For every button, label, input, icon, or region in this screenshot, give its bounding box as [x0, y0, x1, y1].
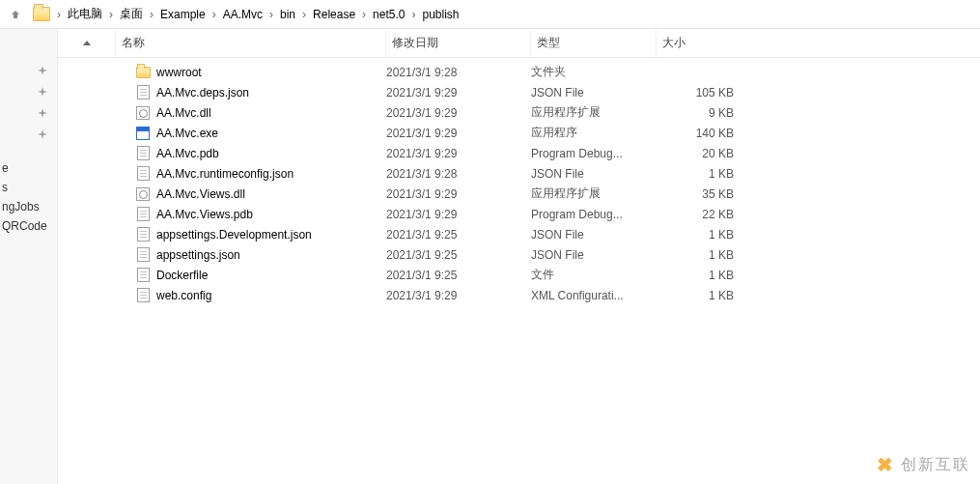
file-name: AA.Mvc.Views.dll [156, 187, 245, 201]
file-size: 22 KB [657, 208, 734, 221]
explorer-body: e s ngJobs QRCode 名称 修改日期 类型 大小 wwwroot2… [0, 29, 980, 484]
file-name-cell: web.config [116, 288, 386, 303]
file-name-cell: AA.Mvc.deps.json [116, 85, 386, 100]
file-date: 2021/3/1 9:29 [386, 208, 531, 221]
file-icon [135, 288, 151, 303]
file-type: 文件夹 [531, 64, 657, 80]
chevron-right-icon: › [106, 8, 116, 21]
file-type: 文件 [531, 267, 657, 283]
pin-icon[interactable] [0, 102, 57, 124]
chevron-right-icon: › [408, 8, 418, 21]
file-name: AA.Mvc.deps.json [156, 86, 249, 100]
dll-icon [135, 105, 151, 121]
file-type: 应用程序扩展 [531, 104, 657, 121]
chevron-right-icon: › [299, 8, 309, 21]
file-type: Program Debug... [531, 208, 657, 221]
file-type: JSON File [531, 228, 657, 242]
file-size: 105 KB [657, 86, 734, 100]
file-row[interactable]: appsettings.json2021/3/1 9:25JSON File1 … [58, 244, 980, 265]
file-date: 2021/3/1 9:28 [386, 167, 531, 181]
file-size: 1 KB [657, 228, 734, 242]
sidebar-item[interactable]: e [0, 158, 57, 178]
watermark-logo-icon: ✖ [877, 453, 895, 476]
column-sort-indicator[interactable] [58, 29, 116, 57]
file-date: 2021/3/1 9:29 [386, 127, 531, 140]
file-date: 2021/3/1 9:25 [386, 248, 531, 262]
breadcrumb-segment[interactable]: 此电脑 [64, 6, 106, 22]
file-date: 2021/3/1 9:29 [386, 106, 531, 120]
breadcrumb-segment[interactable]: Release [309, 8, 359, 21]
sidebar-item[interactable]: QRCode [0, 216, 57, 236]
column-size[interactable]: 大小 [657, 29, 734, 57]
file-explorer-window: › 此电脑›桌面›Example›AA.Mvc›bin›Release›net5… [0, 0, 980, 484]
folder-icon [135, 65, 151, 80]
file-row[interactable]: AA.Mvc.exe2021/3/1 9:29应用程序140 KB [58, 123, 980, 143]
file-size: 9 KB [657, 106, 734, 120]
file-icon [135, 85, 151, 100]
sidebar-item[interactable]: s [0, 178, 57, 197]
file-name: Dockerfile [156, 269, 208, 282]
file-size: 140 KB [657, 127, 734, 140]
breadcrumb-segment[interactable]: AA.Mvc [219, 8, 266, 21]
file-date: 2021/3/1 9:28 [386, 66, 531, 79]
file-size: 1 KB [657, 289, 734, 302]
file-name-cell: AA.Mvc.Views.pdb [116, 207, 386, 222]
pin-icon[interactable] [0, 60, 57, 81]
file-row[interactable]: AA.Mvc.runtimeconfig.json2021/3/1 9:28JS… [58, 163, 980, 184]
file-name: AA.Mvc.Views.pdb [156, 208, 253, 221]
column-size-label: 大小 [662, 35, 686, 51]
file-type: JSON File [531, 86, 657, 100]
exe-icon [135, 126, 151, 141]
pin-icon[interactable] [0, 124, 57, 145]
file-row[interactable]: AA.Mvc.Views.dll2021/3/1 9:29应用程序扩展35 KB [58, 184, 980, 204]
file-name: web.config [156, 289, 211, 302]
file-name-cell: Dockerfile [116, 268, 386, 283]
file-name: AA.Mvc.dll [156, 106, 211, 120]
column-date-label: 修改日期 [392, 35, 438, 51]
file-list: wwwroot2021/3/1 9:28文件夹AA.Mvc.deps.json2… [58, 58, 980, 484]
file-row[interactable]: AA.Mvc.pdb2021/3/1 9:29Program Debug...2… [58, 143, 980, 163]
file-name-cell: AA.Mvc.exe [116, 126, 386, 141]
chevron-right-icon: › [54, 8, 64, 21]
file-type: 应用程序 [531, 125, 657, 141]
file-date: 2021/3/1 9:25 [386, 228, 531, 242]
breadcrumb: 此电脑›桌面›Example›AA.Mvc›bin›Release›net5.0… [64, 6, 462, 22]
file-icon [135, 207, 151, 222]
file-icon [135, 166, 151, 182]
breadcrumb-segment[interactable]: bin [276, 8, 299, 21]
file-size: 20 KB [657, 147, 734, 160]
file-icon [135, 247, 151, 263]
breadcrumb-segment[interactable]: net5.0 [369, 8, 408, 21]
file-name-cell: AA.Mvc.runtimeconfig.json [116, 166, 386, 182]
column-date[interactable]: 修改日期 [386, 29, 531, 57]
file-date: 2021/3/1 9:29 [386, 187, 531, 201]
file-name: appsettings.Development.json [156, 228, 312, 242]
column-type[interactable]: 类型 [531, 29, 657, 57]
column-name[interactable]: 名称 [116, 29, 386, 57]
file-size: 1 KB [657, 167, 734, 181]
breadcrumb-segment[interactable]: 桌面 [116, 6, 147, 22]
file-row[interactable]: appsettings.Development.json2021/3/1 9:2… [58, 224, 980, 244]
file-size: 1 KB [657, 269, 734, 282]
file-row[interactable]: web.config2021/3/1 9:29XML Configurati..… [58, 285, 980, 305]
breadcrumb-segment[interactable]: Example [156, 8, 210, 21]
file-row[interactable]: wwwroot2021/3/1 9:28文件夹 [58, 62, 980, 82]
sidebar-item[interactable]: ngJobs [0, 197, 57, 216]
pin-icon[interactable] [0, 81, 57, 102]
file-name: appsettings.json [156, 248, 240, 262]
column-name-label: 名称 [122, 35, 145, 51]
file-date: 2021/3/1 9:25 [386, 269, 531, 282]
column-headers: 名称 修改日期 类型 大小 [58, 29, 980, 58]
breadcrumb-segment[interactable]: publish [418, 8, 462, 21]
file-size: 1 KB [657, 248, 734, 262]
chevron-right-icon: › [210, 8, 219, 21]
file-name: AA.Mvc.runtimeconfig.json [156, 167, 294, 181]
address-bar[interactable]: › 此电脑›桌面›Example›AA.Mvc›bin›Release›net5… [0, 0, 980, 29]
file-row[interactable]: AA.Mvc.deps.json2021/3/1 9:29JSON File10… [58, 82, 980, 102]
dll-icon [135, 186, 151, 202]
file-row[interactable]: AA.Mvc.dll2021/3/1 9:29应用程序扩展9 KB [58, 102, 980, 123]
file-row[interactable]: AA.Mvc.Views.pdb2021/3/1 9:29Program Deb… [58, 204, 980, 224]
nav-up-button[interactable] [4, 3, 27, 26]
file-row[interactable]: Dockerfile2021/3/1 9:25文件1 KB [58, 265, 980, 285]
chevron-right-icon: › [359, 8, 369, 21]
